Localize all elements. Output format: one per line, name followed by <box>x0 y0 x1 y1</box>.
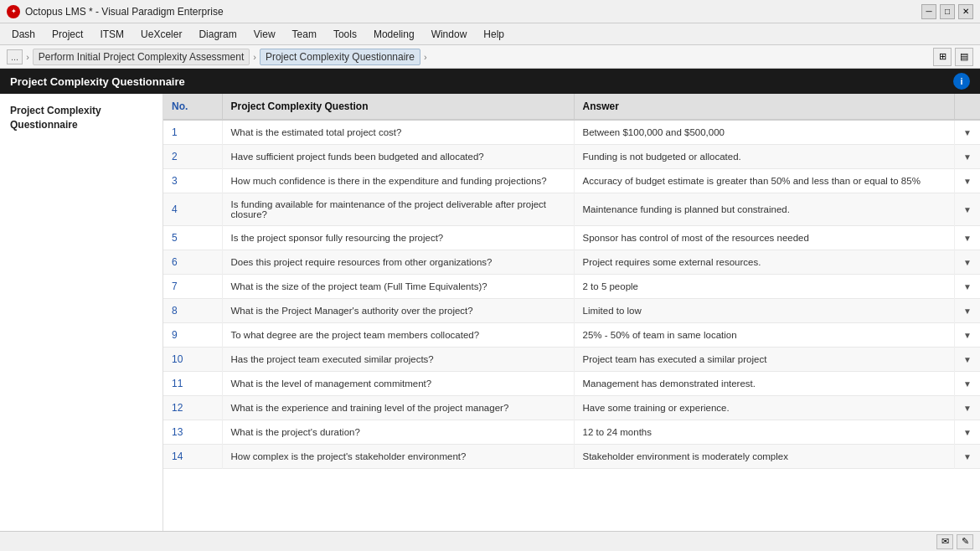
cell-no-8: 8 <box>163 299 222 323</box>
dropdown-arrow-icon[interactable]: ▼ <box>963 234 972 243</box>
cell-question-6: Does this project require resources from… <box>222 250 574 275</box>
menu-item-diagram[interactable]: Diagram <box>190 26 245 43</box>
dropdown-arrow-icon[interactable]: ▼ <box>963 152 972 162</box>
dropdown-arrow-icon[interactable]: ▼ <box>963 452 972 461</box>
dropdown-arrow-icon[interactable]: ▼ <box>963 379 972 389</box>
panel-header: Project Complexity Questionnaire i <box>0 69 980 94</box>
cell-answer-9: 25% - 50% of team in same location <box>574 323 955 348</box>
menu-item-uexceler[interactable]: UeXceler <box>132 26 190 43</box>
cell-dropdown-4[interactable]: ▼ <box>955 193 980 226</box>
cell-dropdown-7[interactable]: ▼ <box>955 275 980 299</box>
table-row: 4Is funding available for maintenance of… <box>163 193 980 226</box>
table-row: 11What is the level of management commit… <box>163 372 980 396</box>
cell-dropdown-10[interactable]: ▼ <box>955 348 980 372</box>
app-title: Octopus LMS * - Visual Paradigm Enterpri… <box>25 6 921 18</box>
dropdown-arrow-icon[interactable]: ▼ <box>963 282 972 291</box>
breadcrumb-bar: ... › Perform Initial Project Complexity… <box>0 45 980 69</box>
breadcrumb-dots[interactable]: ... <box>7 49 23 64</box>
table-container[interactable]: No. Project Complexity Question Answer 1… <box>163 94 980 531</box>
minimize-button[interactable]: ─ <box>921 4 936 19</box>
menu-item-itsm[interactable]: ITSM <box>91 26 132 43</box>
dropdown-arrow-icon[interactable]: ▼ <box>963 355 972 364</box>
table-row: 6Does this project require resources fro… <box>163 250 980 275</box>
table-row: 10Has the project team executed similar … <box>163 348 980 372</box>
breadcrumb-arrow-1: › <box>26 52 29 62</box>
cell-dropdown-12[interactable]: ▼ <box>955 396 980 420</box>
cell-dropdown-14[interactable]: ▼ <box>955 445 980 469</box>
cell-question-7: What is the size of the project team (Fu… <box>222 275 574 299</box>
table-row: 12What is the experience and training le… <box>163 396 980 420</box>
menu-item-help[interactable]: Help <box>475 26 513 43</box>
cell-answer-6: Project requires some external resources… <box>574 250 955 275</box>
cell-dropdown-11[interactable]: ▼ <box>955 372 980 396</box>
table-body: 1What is the estimated total project cos… <box>163 120 980 469</box>
cell-dropdown-5[interactable]: ▼ <box>955 226 980 250</box>
cell-no-10: 10 <box>163 348 222 372</box>
cell-answer-14: Stakeholder environment is moderately co… <box>574 445 955 469</box>
cell-question-1: What is the estimated total project cost… <box>222 120 574 145</box>
menu-item-team[interactable]: Team <box>284 26 325 43</box>
cell-answer-3: Accuracy of budget estimate is greater t… <box>574 169 955 193</box>
status-mail-button[interactable]: ✉ <box>936 534 953 549</box>
cell-answer-1: Between $100,000 and $500,000 <box>574 120 955 145</box>
close-button[interactable]: ✕ <box>958 4 973 19</box>
window-controls: ─ □ ✕ <box>921 4 973 19</box>
cell-answer-11: Management has demonstrated interest. <box>574 372 955 396</box>
dropdown-arrow-icon[interactable]: ▼ <box>963 306 972 316</box>
cell-answer-5: Sponsor has control of most of the resou… <box>574 226 955 250</box>
cell-no-9: 9 <box>163 323 222 348</box>
breadcrumb-arrow-2: › <box>253 52 256 62</box>
col-header-no: No. <box>163 94 222 120</box>
panel-info-icon[interactable]: i <box>953 73 970 90</box>
cell-dropdown-13[interactable]: ▼ <box>955 420 980 445</box>
cell-question-2: Have sufficient project funds been budge… <box>222 145 574 169</box>
status-bar: ✉ ✎ <box>0 531 980 551</box>
menu-item-dash[interactable]: Dash <box>3 26 44 43</box>
cell-answer-2: Funding is not budgeted or allocated. <box>574 145 955 169</box>
dropdown-arrow-icon[interactable]: ▼ <box>963 177 972 186</box>
dropdown-arrow-icon[interactable]: ▼ <box>963 128 972 137</box>
table-row: 1What is the estimated total project cos… <box>163 120 980 145</box>
cell-no-2: 2 <box>163 145 222 169</box>
dropdown-arrow-icon[interactable]: ▼ <box>963 428 972 437</box>
maximize-button[interactable]: □ <box>940 4 955 19</box>
cell-dropdown-1[interactable]: ▼ <box>955 120 980 145</box>
cell-dropdown-9[interactable]: ▼ <box>955 323 980 348</box>
table-row: 13What is the project's duration?12 to 2… <box>163 420 980 445</box>
dropdown-arrow-icon[interactable]: ▼ <box>963 205 972 214</box>
cell-answer-13: 12 to 24 months <box>574 420 955 445</box>
menu-item-project[interactable]: Project <box>44 26 91 43</box>
table-header-row: No. Project Complexity Question Answer <box>163 94 980 120</box>
sidebar-title: Project Complexity Questionnaire <box>10 105 101 131</box>
cell-answer-8: Limited to low <box>574 299 955 323</box>
questionnaire-table: No. Project Complexity Question Answer 1… <box>163 94 980 469</box>
status-edit-button[interactable]: ✎ <box>957 534 973 549</box>
menu-item-modeling[interactable]: Modeling <box>365 26 423 43</box>
menu-item-tools[interactable]: Tools <box>325 26 365 43</box>
cell-dropdown-6[interactable]: ▼ <box>955 250 980 275</box>
breadcrumb-icon-panel[interactable]: ▤ <box>955 48 973 66</box>
cell-question-14: How complex is the project's stakeholder… <box>222 445 574 469</box>
col-header-dropdown <box>955 94 980 120</box>
cell-question-10: Has the project team executed similar pr… <box>222 348 574 372</box>
cell-no-11: 11 <box>163 372 222 396</box>
dropdown-arrow-icon[interactable]: ▼ <box>963 331 972 340</box>
cell-question-9: To what degree are the project team memb… <box>222 323 574 348</box>
breadcrumb-item-2[interactable]: Project Complexity Questionnaire <box>260 49 420 65</box>
cell-answer-7: 2 to 5 people <box>574 275 955 299</box>
cell-no-5: 5 <box>163 226 222 250</box>
col-header-answer: Answer <box>574 94 955 120</box>
menu-bar: DashProjectITSMUeXcelerDiagramViewTeamTo… <box>0 23 980 45</box>
breadcrumb-item-1[interactable]: Perform Initial Project Complexity Asses… <box>33 49 250 65</box>
menu-item-view[interactable]: View <box>245 26 284 43</box>
dropdown-arrow-icon[interactable]: ▼ <box>963 404 972 413</box>
menu-item-window[interactable]: Window <box>423 26 476 43</box>
cell-dropdown-2[interactable]: ▼ <box>955 145 980 169</box>
breadcrumb-icon-grid[interactable]: ⊞ <box>933 48 952 66</box>
cell-dropdown-8[interactable]: ▼ <box>955 299 980 323</box>
cell-no-7: 7 <box>163 275 222 299</box>
dropdown-arrow-icon[interactable]: ▼ <box>963 258 972 267</box>
cell-dropdown-3[interactable]: ▼ <box>955 169 980 193</box>
cell-no-1: 1 <box>163 120 222 145</box>
cell-question-11: What is the level of management commitme… <box>222 372 574 396</box>
